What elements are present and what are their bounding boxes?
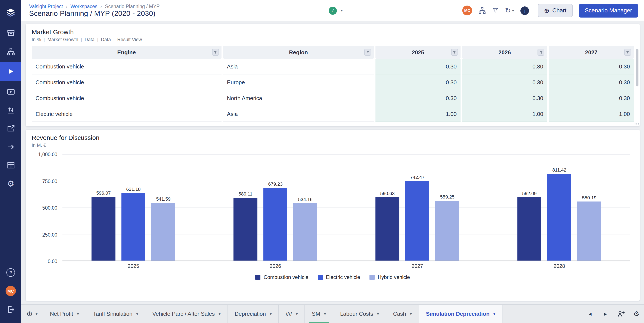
value-cell[interactable]: 0.30 (549, 59, 634, 75)
download-button[interactable]: ↓ (520, 6, 529, 15)
add-tab-button[interactable]: ⊕ ▾ (22, 304, 43, 323)
help-icon[interactable]: ? (0, 264, 22, 281)
value-cell[interactable]: 0.30 (462, 75, 547, 90)
gear-icon[interactable]: ⚙ (0, 175, 22, 192)
y-tick-label: 500.00 (42, 205, 57, 210)
breadcrumb-workspaces[interactable]: Workspaces (70, 4, 97, 9)
tab-tariff-simulation[interactable]: Tariff Simulation▾ (86, 304, 146, 323)
view-label: Data (85, 37, 95, 42)
bar-hybrid-vehicle[interactable] (435, 201, 459, 260)
bar-column: 541.59 (152, 196, 175, 260)
region-cell: Asia (223, 106, 374, 122)
x-category-label: 2028 (488, 263, 630, 269)
chevron-down-icon[interactable]: ▾ (270, 312, 272, 316)
tab-sm[interactable]: SM▾ (305, 304, 333, 323)
chevron-down-icon[interactable]: ▾ (324, 312, 326, 316)
play-icon[interactable] (0, 62, 22, 81)
value-cell[interactable]: 1.00 (549, 106, 634, 122)
scenario-manager-button[interactable]: Scenario Manager (579, 4, 638, 17)
user-share-button[interactable] (613, 304, 628, 323)
logout-icon[interactable] (0, 301, 22, 317)
transfer-icon[interactable] (0, 102, 22, 118)
bar-combustion-vehicle[interactable] (234, 197, 258, 260)
filter-icon[interactable] (212, 49, 219, 56)
tab-slashes[interactable]: ////▾ (279, 304, 305, 323)
value-cell[interactable]: 0.30 (376, 75, 460, 90)
tab-labour-costs[interactable]: Labour Costs▾ (333, 304, 386, 323)
bar-hybrid-vehicle[interactable] (293, 203, 317, 260)
y-tick-label: 750.00 (42, 179, 57, 184)
bar-hybrid-vehicle[interactable] (152, 203, 175, 260)
breadcrumb-valsight-project[interactable]: Valsight Project (29, 4, 63, 9)
bar-column: 631.18 (122, 187, 146, 260)
refresh-button[interactable]: ↻ ▾ (505, 7, 514, 14)
value-cell[interactable]: 0.30 (549, 75, 634, 90)
bar-combustion-vehicle[interactable] (518, 197, 541, 260)
scroll-tabs-left-button[interactable]: ◂ (582, 304, 598, 323)
separator: | (97, 37, 98, 42)
bar-electric-vehicle[interactable] (122, 193, 146, 260)
value-cell[interactable]: 1.00 (462, 106, 547, 122)
filter-icon[interactable] (364, 49, 372, 56)
column-header-2025[interactable]: 2025 (376, 46, 460, 59)
value-cell[interactable]: 0.30 (462, 90, 547, 106)
resize-handle[interactable] (634, 123, 636, 124)
bar-combustion-vehicle[interactable] (376, 197, 400, 260)
chevron-down-icon[interactable]: ▾ (219, 312, 221, 316)
chevron-down-icon[interactable]: ▾ (136, 312, 138, 316)
column-header-2026[interactable]: 2026 (462, 46, 547, 59)
gear-icon: ⚙ (633, 310, 640, 318)
tab-simulation-depreciation[interactable]: Simulation Depreciation▾ (419, 304, 503, 323)
tab-vehicle-parc-after-sales[interactable]: Vehicle Parc / After Sales▾ (146, 304, 228, 323)
chevron-down-icon[interactable]: ▾ (77, 312, 79, 316)
bar-combustion-vehicle[interactable] (92, 197, 116, 260)
chevron-down-icon[interactable]: ▾ (494, 312, 496, 316)
bar-hybrid-vehicle[interactable] (577, 202, 601, 260)
value-cell[interactable]: 0.30 (549, 90, 634, 106)
chevron-down-icon[interactable]: ▾ (410, 312, 412, 316)
x-category-label: 2026 (204, 263, 346, 269)
table-icon[interactable] (0, 157, 22, 173)
tab-cash[interactable]: Cash▾ (386, 304, 419, 323)
filter-icon[interactable] (538, 49, 544, 56)
settings-button[interactable]: ⚙ (628, 304, 644, 323)
value-cell[interactable]: 0.30 (462, 59, 547, 75)
filter-icon[interactable] (451, 49, 458, 56)
value-cell[interactable]: 1.00 (376, 106, 460, 122)
user-share-icon (617, 310, 625, 318)
bar-electric-vehicle[interactable] (406, 181, 429, 260)
video-icon[interactable] (0, 83, 22, 100)
chevron-down-icon[interactable]: ▾ (341, 8, 343, 13)
view-label: Market Growth (48, 37, 78, 42)
arrow-right-icon[interactable] (0, 139, 22, 155)
legend-swatch (318, 275, 323, 280)
column-header-region[interactable]: Region (223, 46, 374, 59)
tab-net-profit[interactable]: Net Profit▾ (43, 304, 86, 323)
chevron-down-icon[interactable]: ▾ (377, 312, 379, 316)
hierarchy-icon[interactable] (478, 7, 486, 14)
archive-icon[interactable] (0, 25, 22, 41)
tab-depreciation[interactable]: Depreciation▾ (228, 304, 279, 323)
chevron-down-icon[interactable]: ▾ (296, 312, 298, 316)
valsight-logo[interactable] (0, 4, 22, 21)
user-avatar[interactable]: MC (462, 6, 472, 16)
column-header-2027[interactable]: 2027 (549, 46, 634, 59)
table-scrollbar[interactable] (636, 49, 638, 86)
filter-icon[interactable] (492, 7, 498, 14)
chart-button[interactable]: ⊕ Chart (538, 4, 572, 17)
status-check-icon[interactable]: ✓ (329, 7, 337, 15)
hierarchy-icon[interactable] (0, 43, 22, 60)
value-cell[interactable]: 0.30 (376, 59, 460, 75)
filter-icon[interactable] (624, 49, 631, 56)
bar-group-2026: 589.11679.23534.16 (204, 154, 346, 260)
chart-legend: Combustion vehicleElectric vehicleHybrid… (32, 274, 634, 280)
value-cell[interactable]: 0.30 (376, 90, 460, 106)
user-avatar[interactable]: MC (0, 283, 22, 299)
scroll-tabs-right-button[interactable]: ▸ (598, 304, 613, 323)
column-header-engine[interactable]: Engine (32, 46, 221, 59)
board-export-icon[interactable] (0, 120, 22, 136)
tab-label: Net Profit (50, 310, 73, 317)
bar-electric-vehicle[interactable] (264, 188, 287, 260)
tab-label: Vehicle Parc / After Sales (152, 310, 215, 317)
bar-electric-vehicle[interactable] (547, 174, 571, 260)
